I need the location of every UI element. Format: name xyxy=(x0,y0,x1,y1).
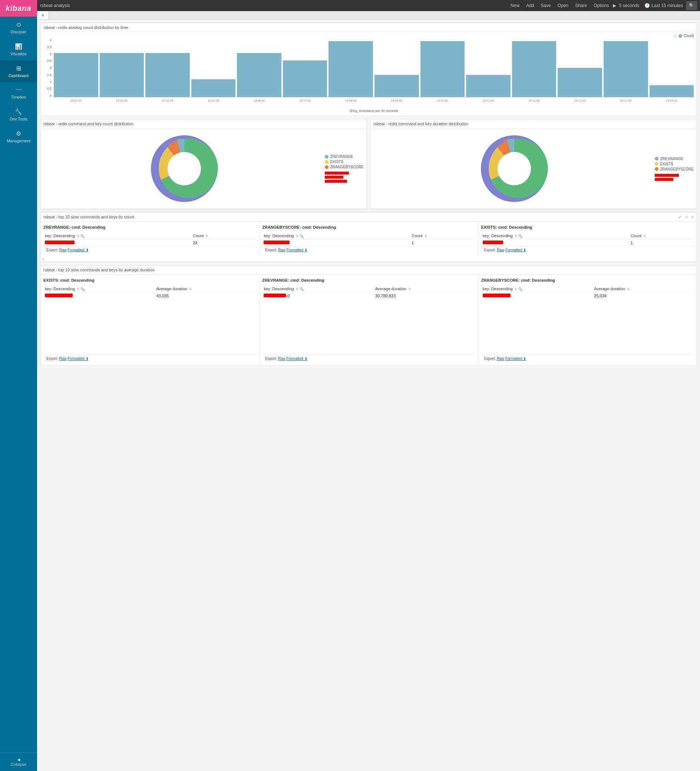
x-label-3: 19:05:00 xyxy=(191,99,236,102)
search-button[interactable]: 🔍 xyxy=(686,1,697,10)
table-section1-title: rsbeat - top 10 slow commands and keys b… xyxy=(41,212,697,222)
table-col-zrangebyscore-duration: ZRANGEBYSCORE: cmd: Descending key: Desc… xyxy=(478,275,697,365)
bar-11[interactable] xyxy=(558,68,602,98)
pie1-svg xyxy=(147,132,221,206)
add-btn-1[interactable]: + xyxy=(684,214,689,220)
legend-toggle-icon[interactable]: ⊙ xyxy=(674,34,677,38)
main-content: rsbeat-analysis New Add Save Open Share … xyxy=(37,0,700,771)
redacted-key-6 xyxy=(483,294,511,297)
share-button[interactable]: Share xyxy=(572,0,590,11)
close-btn-1[interactable]: × xyxy=(690,214,695,220)
x-label-12: 19:14:00 xyxy=(604,99,648,102)
sidebar-item-label: Dev Tools xyxy=(10,117,28,121)
th-avgdur-zrangebyscore[interactable]: Average duration ⇅ xyxy=(593,285,694,293)
interval-selector[interactable]: 5 seconds xyxy=(617,2,642,9)
bar-3[interactable] xyxy=(191,79,236,97)
export-row-6: Export: Raw Formatted ⬇ xyxy=(481,355,694,362)
formatted-link-4[interactable]: Formatted ⬇ xyxy=(67,356,88,361)
sidebar-item-management[interactable]: ⚙ Management xyxy=(0,126,37,148)
table-row: v2 30,780,833 xyxy=(262,293,475,299)
th-key-exists[interactable]: key: Descending ⇅🔍 xyxy=(481,233,629,239)
x-label-0: 19:02:00 xyxy=(54,99,98,102)
expand-btn-1[interactable]: ⤢ xyxy=(677,214,683,220)
bar-8[interactable] xyxy=(420,41,465,97)
devtools-icon: 🔧 xyxy=(15,108,22,115)
count-cell: 1 xyxy=(410,239,475,247)
col-header-zrangebyscore-dur: ZRANGEBYSCORE: cmd: Descending xyxy=(481,278,694,283)
pie-chart1-title: rsbeat - redis command and key count dis… xyxy=(41,119,367,128)
collapse-icon: ◀ xyxy=(17,757,20,762)
play-button[interactable]: ▶ xyxy=(613,3,616,8)
th-count-zrangebyscore[interactable]: Count ⇅ xyxy=(410,233,475,239)
x-label-2: 19:04:00 xyxy=(145,99,190,102)
open-button[interactable]: Open xyxy=(555,0,571,11)
sidebar-item-discover[interactable]: ⊙ Discover xyxy=(0,17,37,39)
table-row: 43,035 xyxy=(43,293,256,299)
add-button[interactable]: Add xyxy=(523,0,537,11)
th-key-zrangebyscore[interactable]: key: Descending ⇅🔍 xyxy=(262,233,410,239)
th-key-zrevrange-dur[interactable]: key: Descending ⇅🔍 xyxy=(262,285,374,293)
pie2-center xyxy=(498,152,531,185)
table-row: 25,034 xyxy=(481,293,694,299)
formatted-link-6[interactable]: Formatted ⬇ xyxy=(505,356,526,361)
sidebar-item-devtools[interactable]: 🔧 Dev Tools xyxy=(0,104,37,126)
new-button[interactable]: New xyxy=(508,0,523,11)
th-key-exists-dur[interactable]: key: Descending ⇅🔍 xyxy=(43,285,155,293)
th-count-zrevrange[interactable]: Count ⇅ xyxy=(191,233,256,239)
pie1-redacted-3 xyxy=(325,180,364,183)
save-button[interactable]: Save xyxy=(537,0,553,11)
sidebar-item-dashboard[interactable]: ⊞ Dashboard xyxy=(0,60,37,82)
th-avgdur-exists[interactable]: Average duration ⇅ xyxy=(155,285,256,293)
pie1-svg-wrap xyxy=(43,132,325,206)
formatted-link-3[interactable]: Formatted ⬇ xyxy=(505,248,526,252)
table-row: 1 xyxy=(262,239,475,247)
bar-1[interactable] xyxy=(100,53,144,97)
bar-chart-panel: rsbeat - redis slowlog count distributio… xyxy=(40,23,697,116)
pie1-dot-zrevrange xyxy=(325,155,329,159)
tab-plus[interactable]: + xyxy=(37,11,49,19)
collapse-button[interactable]: ◀ Collapse xyxy=(0,753,37,771)
formatted-link-2[interactable]: Formatted ⬇ xyxy=(287,248,308,252)
bar-9[interactable] xyxy=(466,75,511,97)
pie2-legend-item-zrangebyscore: ZRANGEBYSCORE xyxy=(655,167,694,171)
kibana-logo[interactable]: kibana xyxy=(0,0,37,17)
pie2-label-zrangebyscore: ZRANGEBYSCORE xyxy=(660,167,694,171)
raw-link-2[interactable]: Raw xyxy=(278,248,285,252)
th-key-zrangebyscore-dur[interactable]: key: Descending ⇅🔍 xyxy=(481,285,593,293)
bar-chart-body: ⊙ Count 4 3.5 3 2.5 2 1.5 1 0.5 xyxy=(41,32,697,115)
sidebar-item-timelion[interactable]: 〰 Timelion xyxy=(0,82,37,104)
table-zrangebyscore-dur: key: Descending ⇅🔍 Average duration ⇅ 25… xyxy=(481,285,694,299)
raw-link-1[interactable]: Raw xyxy=(59,248,67,252)
x-label-1: 19:03:00 xyxy=(100,99,144,102)
bar-5[interactable] xyxy=(283,60,327,97)
time-range[interactable]: 🕐 Last 15 minutes xyxy=(642,2,685,9)
th-key-zrevrange[interactable]: key: Descending ⇅🔍 xyxy=(43,233,191,239)
pie1-label-exists: EXISTS xyxy=(330,160,343,164)
bar-2[interactable] xyxy=(145,53,190,97)
pie1-redacted-2 xyxy=(325,176,364,179)
bar-13[interactable] xyxy=(650,85,694,97)
sidebar-item-label: Dashboard xyxy=(8,73,29,78)
th-avgdur-zrevrange[interactable]: Average duration ⇅ xyxy=(374,285,475,293)
sidebar-item-visualize[interactable]: 📊 Visualize xyxy=(0,39,37,60)
pie2-legend: ZREVRANGE EXISTS ZRANGEBYSCORE xyxy=(655,157,694,181)
table-zrangebyscore: key: Descending ⇅🔍 Count ⇅ 1 xyxy=(262,233,475,246)
section1-controls: ⤢ + × xyxy=(677,214,695,220)
raw-link-3[interactable]: Raw xyxy=(497,248,504,252)
x-label-8: 19:10:00 xyxy=(420,99,465,102)
bar-10[interactable] xyxy=(512,41,557,97)
raw-link-5[interactable]: Raw xyxy=(278,356,285,361)
raw-link-6[interactable]: Raw xyxy=(497,356,504,361)
bar-0[interactable] xyxy=(54,53,98,97)
bar-7[interactable] xyxy=(374,75,419,97)
bar-6[interactable] xyxy=(329,41,373,97)
formatted-link-5[interactable]: Formatted ⬇ xyxy=(287,356,308,361)
export-row-2: Export: Raw Formatted ⬇ xyxy=(262,246,475,254)
th-count-exists[interactable]: Count ⇅ xyxy=(629,233,694,239)
pie1-redacted-bar-1 xyxy=(325,172,349,175)
raw-link-4[interactable]: Raw xyxy=(59,356,67,361)
bar-4[interactable] xyxy=(237,53,282,97)
bar-12[interactable] xyxy=(604,41,648,97)
options-button[interactable]: Options xyxy=(591,0,612,11)
formatted-link-1[interactable]: Formatted ⬇ xyxy=(67,248,88,252)
